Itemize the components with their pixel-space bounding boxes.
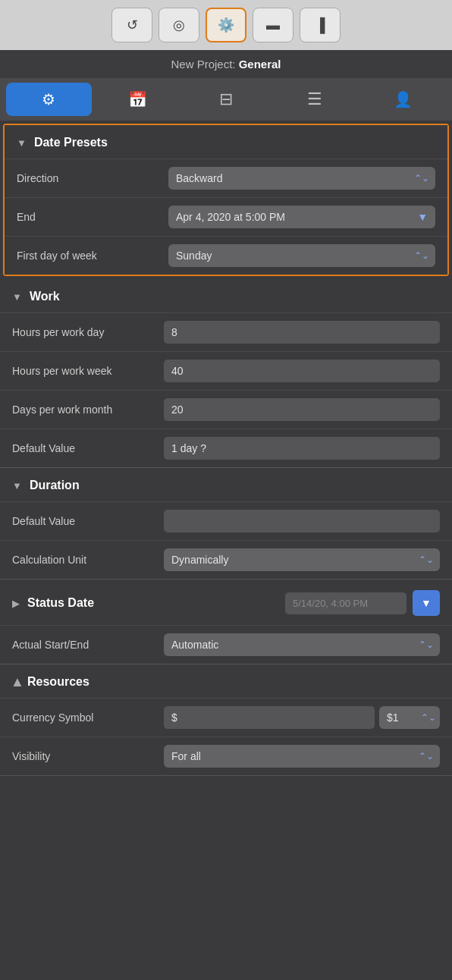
chevron-right-status-date-icon: ▶ bbox=[12, 598, 20, 609]
actual-start-end-label: Actual Start/End bbox=[12, 639, 164, 651]
section-date-presets-header[interactable]: ▼ Date Presets bbox=[5, 125, 447, 159]
list-tab-icon: ⊟ bbox=[219, 90, 233, 109]
hours-per-day-input[interactable] bbox=[164, 321, 440, 344]
direction-select-wrapper[interactable]: Backward Forward bbox=[168, 167, 435, 190]
end-date-button[interactable]: Apr 4, 2020 at 5:00 PM ▼ bbox=[168, 206, 435, 228]
status-date-arrow-icon: ▼ bbox=[421, 597, 432, 609]
calculation-unit-value: Dynamically Hours Days Weeks Months bbox=[164, 548, 440, 571]
currency-symbol-label: Currency Symbol bbox=[12, 711, 164, 724]
status-date-arrow-button[interactable]: ▼ bbox=[413, 590, 440, 616]
currency-controls: $1 $0.1 $0.01 bbox=[164, 706, 440, 729]
screen-icon: ▬ bbox=[266, 17, 280, 33]
work-default-value-label: Default Value bbox=[12, 442, 164, 454]
visibility-select-wrapper[interactable]: For all For me only bbox=[164, 745, 440, 768]
visibility-value: For all For me only bbox=[164, 745, 440, 768]
sidebar-button[interactable]: ▐ bbox=[300, 8, 341, 42]
section-date-presets: ▼ Date Presets Direction Backward Forwar… bbox=[3, 124, 449, 276]
tab-outline[interactable]: ☰ bbox=[272, 83, 357, 116]
tab-resources[interactable]: 👤 bbox=[360, 83, 446, 116]
work-default-value-row: Default Value bbox=[0, 429, 452, 467]
main-content: ▼ Date Presets Direction Backward Forwar… bbox=[0, 124, 452, 776]
hours-per-day-row: Hours per work day bbox=[0, 313, 452, 351]
direction-row: Direction Backward Forward bbox=[5, 159, 447, 197]
section-status-date-header[interactable]: ▶ Status Date ▼ bbox=[0, 580, 452, 625]
title-bar: New Project: General bbox=[0, 50, 452, 78]
end-value: Apr 4, 2020 at 5:00 PM ▼ bbox=[168, 206, 435, 228]
section-work-title: Work bbox=[30, 290, 60, 303]
currency-symbol-row: Currency Symbol $1 $0.1 $0.01 bbox=[0, 698, 452, 737]
work-body: Hours per work day Hours per work week D… bbox=[0, 313, 452, 467]
tab-list[interactable]: ⊟ bbox=[184, 83, 269, 116]
actual-start-end-select-wrapper[interactable]: Automatic Manual bbox=[164, 633, 440, 656]
calculation-unit-label: Calculation Unit bbox=[12, 554, 164, 566]
days-per-month-value bbox=[164, 398, 440, 421]
work-default-value bbox=[164, 437, 440, 460]
currency-symbol-value: $1 $0.1 $0.01 bbox=[164, 706, 440, 729]
work-default-value-input[interactable] bbox=[164, 437, 440, 460]
currency-format-select-wrapper[interactable]: $1 $0.1 $0.01 bbox=[379, 706, 440, 729]
hours-per-week-value bbox=[164, 360, 440, 382]
section-status-date: ▶ Status Date ▼ Actual Start/End Automat… bbox=[0, 580, 452, 664]
sidebar-icon: ▐ bbox=[315, 17, 325, 33]
calculation-unit-row: Calculation Unit Dynamically Hours Days … bbox=[0, 540, 452, 579]
end-date-text: Apr 4, 2020 at 5:00 PM bbox=[176, 211, 285, 223]
first-day-select[interactable]: Sunday Monday Tuesday Wednesday Thursday… bbox=[168, 244, 435, 267]
currency-format-select[interactable]: $1 $0.1 $0.01 bbox=[379, 706, 440, 729]
currency-symbol-input[interactable] bbox=[164, 706, 375, 729]
calculation-unit-select-wrapper[interactable]: Dynamically Hours Days Weeks Months bbox=[164, 548, 440, 571]
section-work-header[interactable]: ▼ Work bbox=[0, 279, 452, 313]
duration-default-value-input[interactable] bbox=[164, 510, 440, 532]
first-day-label: First day of week bbox=[17, 250, 168, 262]
section-status-date-title: Status Date bbox=[27, 596, 285, 610]
direction-label: Direction bbox=[17, 172, 168, 184]
status-date-inline-control: ▼ bbox=[285, 590, 440, 616]
visibility-select[interactable]: For all For me only bbox=[164, 745, 440, 768]
days-per-month-label: Days per work month bbox=[12, 404, 164, 416]
tab-calendar[interactable]: 📅 bbox=[95, 83, 180, 116]
chevron-down-work-icon: ▼ bbox=[12, 291, 22, 303]
first-day-row: First day of week Sunday Monday Tuesday … bbox=[5, 236, 447, 275]
hours-per-day-label: Hours per work day bbox=[12, 326, 164, 338]
duration-default-value-label: Default Value bbox=[12, 515, 164, 527]
visibility-label: Visibility bbox=[12, 750, 164, 762]
days-per-month-input[interactable] bbox=[164, 398, 440, 421]
actual-start-end-select[interactable]: Automatic Manual bbox=[164, 633, 440, 656]
status-date-body: Actual Start/End Automatic Manual bbox=[0, 625, 452, 664]
tools-button[interactable]: ⚙️ bbox=[206, 8, 246, 42]
tools-icon: ⚙️ bbox=[218, 17, 234, 33]
actual-start-end-value: Automatic Manual bbox=[164, 633, 440, 656]
end-label: End bbox=[17, 211, 168, 223]
section-duration-header[interactable]: ▼ Duration bbox=[0, 468, 452, 501]
section-date-presets-title: Date Presets bbox=[34, 136, 108, 149]
status-date-input[interactable] bbox=[285, 592, 406, 614]
globe-icon: ◎ bbox=[173, 17, 185, 33]
toolbar: ↺ ◎ ⚙️ ▬ ▐ bbox=[0, 0, 452, 50]
section-resources: ▶ Resources Currency Symbol $1 $0.1 $0.0… bbox=[0, 664, 452, 776]
project-name: General bbox=[239, 58, 281, 71]
tab-settings[interactable]: ⚙ bbox=[6, 83, 92, 116]
direction-select[interactable]: Backward Forward bbox=[168, 167, 435, 190]
outline-tab-icon: ☰ bbox=[307, 90, 322, 109]
section-resources-header[interactable]: ▶ Resources bbox=[0, 664, 452, 698]
section-duration-title: Duration bbox=[30, 479, 80, 492]
refresh-button[interactable]: ↺ bbox=[111, 8, 152, 42]
calendar-tab-icon: 📅 bbox=[128, 90, 147, 108]
tab-bar: ⚙ 📅 ⊟ ☰ 👤 bbox=[0, 78, 452, 121]
section-work: ▼ Work Hours per work day Hours per work… bbox=[0, 279, 452, 468]
hours-per-day-value bbox=[164, 321, 440, 344]
section-resources-title: Resources bbox=[27, 675, 89, 689]
globe-button[interactable]: ◎ bbox=[159, 8, 199, 42]
direction-value: Backward Forward bbox=[168, 167, 435, 190]
chevron-right-resources-icon: ▶ bbox=[11, 678, 22, 686]
visibility-row: Visibility For all For me only bbox=[0, 737, 452, 775]
first-day-value: Sunday Monday Tuesday Wednesday Thursday… bbox=[168, 244, 435, 267]
first-day-select-wrapper[interactable]: Sunday Monday Tuesday Wednesday Thursday… bbox=[168, 244, 435, 267]
refresh-icon: ↺ bbox=[127, 17, 138, 33]
screen-button[interactable]: ▬ bbox=[253, 8, 293, 42]
chevron-down-icon: ▼ bbox=[17, 137, 27, 149]
resources-body: Currency Symbol $1 $0.1 $0.01 bbox=[0, 698, 452, 775]
end-row: End Apr 4, 2020 at 5:00 PM ▼ bbox=[5, 197, 447, 236]
hours-per-week-input[interactable] bbox=[164, 360, 440, 382]
chevron-down-duration-icon: ▼ bbox=[12, 480, 22, 492]
calculation-unit-select[interactable]: Dynamically Hours Days Weeks Months bbox=[164, 548, 440, 571]
